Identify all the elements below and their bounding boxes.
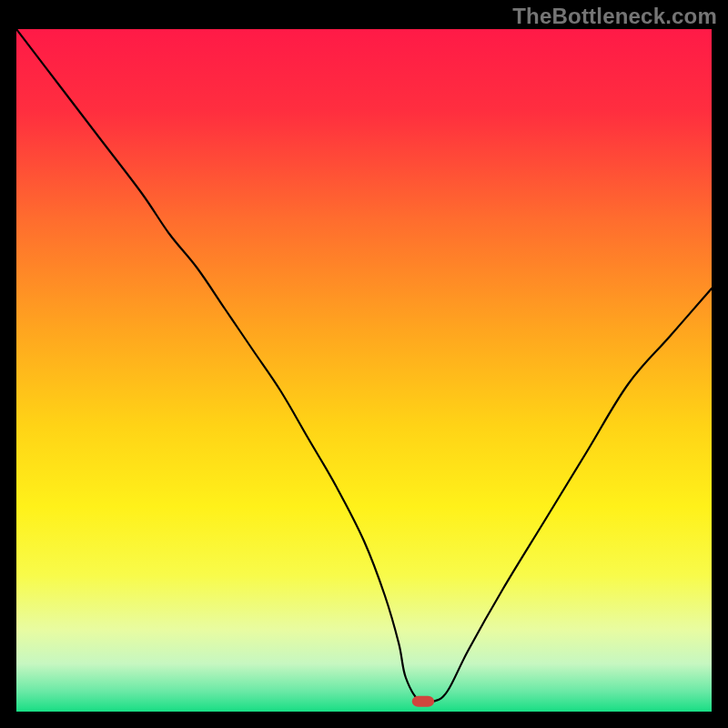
- gradient-background: [16, 29, 712, 712]
- chart-root: TheBottleneck.com: [0, 0, 728, 728]
- minimum-marker: [412, 696, 434, 707]
- watermark-text: TheBottleneck.com: [512, 4, 717, 29]
- plot-area: [16, 29, 712, 712]
- plot-svg: [16, 29, 712, 712]
